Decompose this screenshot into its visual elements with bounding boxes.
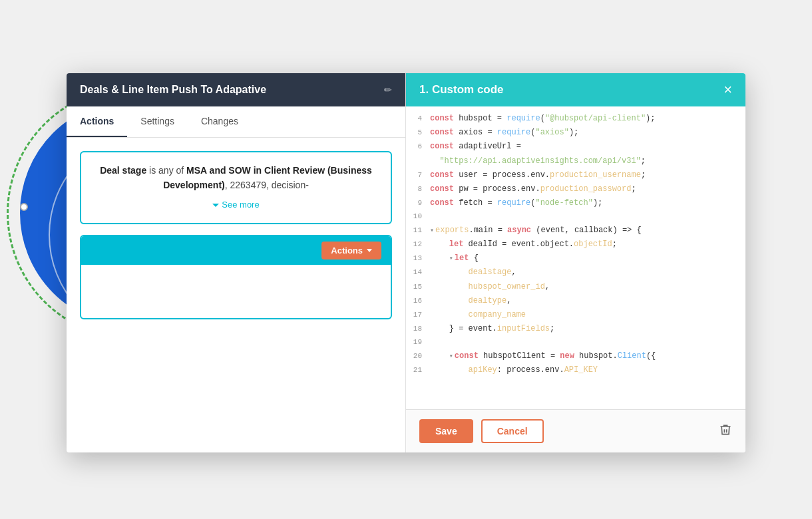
close-button[interactable]: ×	[723, 83, 732, 97]
actions-button[interactable]: Actions	[321, 242, 381, 260]
chevron-down-icon	[212, 204, 219, 207]
condition-text2: is any of	[146, 165, 186, 176]
left-header: Deals & Line Item Push To Adapative ✏	[67, 73, 405, 106]
workflow-title: Deals & Line Item Push To Adapative	[80, 84, 376, 96]
condition-text4: , 2263479, decision-	[225, 180, 309, 190]
code-line-16: 16 dealtype,	[406, 294, 745, 308]
code-line-5: 5 const axios = require("axios");	[406, 126, 745, 140]
code-line-13: 13 ▾let {	[406, 252, 745, 265]
action-card-header: Actions	[81, 236, 391, 265]
circle-dot-top	[20, 203, 28, 211]
tab-settings[interactable]: Settings	[127, 106, 188, 137]
actions-button-label: Actions	[331, 246, 363, 256]
code-line-9: 9 const fetch = require("node-fetch");	[406, 196, 745, 210]
cancel-button[interactable]: Cancel	[481, 419, 544, 443]
code-line-6: 6 const adaptiveUrl =	[406, 140, 745, 154]
code-editor: 4 const hubspot = require("@hubspot/api-…	[406, 106, 745, 409]
condition-card: Deal stage is any of MSA and SOW in Clie…	[80, 151, 392, 224]
dropdown-arrow-icon	[367, 249, 372, 252]
right-panel: 1. Custom code × 4 const hubspot = requi…	[406, 73, 745, 452]
tab-actions[interactable]: Actions	[67, 106, 127, 137]
tab-changes[interactable]: Changes	[188, 106, 252, 137]
code-line-6b: "https://api.adaptiveinsights.com/api/v3…	[406, 154, 745, 168]
code-line-18: 18 } = event.inputFields;	[406, 322, 745, 336]
action-card: Actions	[80, 235, 392, 319]
code-line-8: 8 const pw = process.env.production_pass…	[406, 182, 745, 196]
action-card-body	[81, 265, 391, 318]
left-tabs: Actions Settings Changes	[67, 106, 405, 138]
code-line-21: 21 apiKey: process.env.API_KEY	[406, 363, 745, 377]
code-panel-title: 1. Custom code	[419, 83, 504, 96]
code-line-4: 4 const hubspot = require("@hubspot/api-…	[406, 112, 745, 126]
code-line-11: 11 ▾exports.main = async (event, callbac…	[406, 224, 745, 238]
see-more-button[interactable]: See more	[95, 198, 377, 212]
code-line-17: 17 company_name	[406, 308, 745, 322]
code-line-14: 14 dealstage,	[406, 265, 745, 279]
code-line-7: 7 const user = process.env.production_us…	[406, 168, 745, 182]
code-line-19: 19	[406, 336, 745, 349]
code-line-20: 20 ▾const hubspotClient = new hubspot.Cl…	[406, 349, 745, 363]
code-line-10: 10	[406, 210, 745, 224]
delete-button[interactable]	[719, 423, 732, 440]
code-line-12: 12 let dealId = event.object.objectId;	[406, 238, 745, 252]
left-content: Deal stage is any of MSA and SOW in Clie…	[67, 138, 405, 452]
edit-icon[interactable]: ✏	[384, 85, 392, 95]
code-line-15: 15 hubspot_owner_id,	[406, 280, 745, 294]
code-header: 1. Custom code ×	[406, 73, 745, 106]
see-more-label: See more	[222, 198, 259, 212]
main-container: Deals & Line Item Push To Adapative ✏ Ac…	[67, 73, 745, 452]
save-button[interactable]: Save	[419, 419, 473, 443]
left-panel: Deals & Line Item Push To Adapative ✏ Ac…	[67, 73, 406, 452]
condition-text1: Deal stage	[100, 165, 146, 176]
code-footer: Save Cancel	[406, 409, 745, 452]
trash-icon	[719, 423, 732, 436]
